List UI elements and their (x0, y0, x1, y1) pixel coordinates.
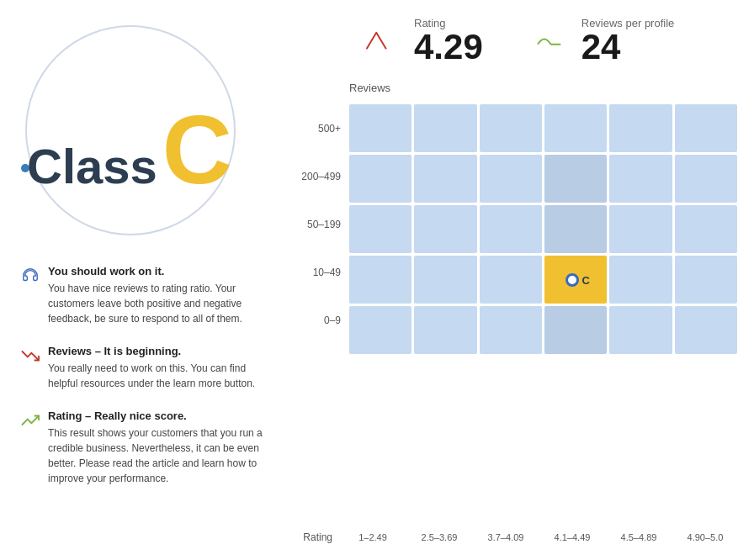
x-axis-row: Rating 1–2.49 2.5–3.69 3.7–4.09 4.1–4.49… (295, 531, 737, 543)
y-label-10: 10–49 (295, 248, 341, 296)
grid-row-500 (349, 104, 737, 152)
feedback-item-3: Rating – Really nice score. This result … (21, 409, 286, 486)
cell-r0-c5 (675, 104, 737, 152)
grid-row-0 (349, 306, 737, 354)
rating-value: 4.29 (414, 27, 483, 66)
cell-r1-c3 (544, 155, 607, 203)
cell-r4-c1 (414, 306, 476, 354)
reviews-per-profile-stat: Reviews per profile 24 (534, 17, 675, 65)
y-label-500: 500+ (295, 104, 341, 152)
reviews-label-row: Reviews (295, 82, 737, 101)
position-marker-dot (566, 273, 579, 287)
cell-r2-c0 (349, 205, 412, 253)
feedback-item-1: You should work on it. You have nice rev… (21, 265, 286, 326)
rating-icon (362, 26, 404, 55)
cell-r0-c4 (609, 104, 672, 152)
cell-r4-c2 (480, 306, 542, 354)
cell-r0-c1 (414, 104, 476, 152)
feedback-text-1: You have nice reviews to rating ratio. Y… (48, 281, 275, 326)
position-marker-label: C (582, 273, 590, 286)
grid-row-200 (349, 155, 737, 203)
grid-wrapper: C (349, 104, 737, 525)
cell-r1-c4 (609, 155, 672, 203)
x-labels-grid: 1–2.49 2.5–3.69 3.7–4.09 4.1–4.49 4.5–4.… (341, 532, 737, 542)
left-panel: Class C You should work on it. You have … (17, 17, 286, 543)
right-panel: Rating 4.29 Reviews per profile 24 Revi (286, 17, 737, 543)
grid-row-10: C (349, 256, 737, 304)
feedback-list: You should work on it. You have nice rev… (17, 265, 286, 486)
reviews-text: Reviews per profile 24 (581, 17, 675, 65)
cell-r2-c4 (609, 205, 672, 253)
logo-class-word: Class (27, 138, 157, 194)
feedback-content-1: You should work on it. You have nice rev… (48, 265, 275, 326)
reviews-per-profile-value: 24 (581, 27, 621, 66)
cell-r4-c3 (544, 306, 607, 354)
x-axis-title: Rating (295, 531, 341, 543)
cell-r1-c0 (349, 155, 412, 203)
cell-r2-c1 (414, 205, 476, 253)
feedback-title-3: Rating – Really nice score. (48, 409, 275, 422)
grid-row-50 (349, 205, 737, 253)
y-axis-labels: 500+ 200–499 50–199 10–49 0–9 (295, 104, 349, 525)
stats-row: Rating 4.29 Reviews per profile 24 (295, 17, 737, 65)
cell-r2-c5 (675, 205, 737, 253)
y-label-200: 200–499 (295, 152, 341, 200)
y-label-0: 0–9 (295, 296, 341, 344)
feedback-item-2: Reviews – It is beginning. You really ne… (21, 345, 286, 391)
cell-r1-c5 (675, 155, 737, 203)
cell-r3-c1 (414, 256, 476, 304)
cell-r4-c5 (675, 306, 737, 354)
cell-r2-c2 (480, 205, 542, 253)
feedback-title-1: You should work on it. (48, 265, 275, 277)
cell-r1-c1 (414, 155, 476, 203)
logo-c-letter: C (162, 109, 232, 192)
trending-up-icon (21, 411, 40, 430)
chart-area: Reviews 500+ 200–499 50–199 10–49 0–9 (295, 82, 737, 543)
cell-r1-c2 (480, 155, 542, 203)
cell-r4-c0 (349, 306, 412, 354)
cell-r0-c2 (480, 104, 542, 152)
rating-text: Rating 4.29 (414, 17, 483, 65)
cell-r0-c3 (544, 104, 607, 152)
cell-r0-c0 (349, 104, 412, 152)
reviews-label: Reviews (349, 82, 390, 94)
x-label-5: 4.90–5.0 (673, 532, 737, 542)
y-axis-spacer (295, 82, 349, 101)
grid-with-axis: 500+ 200–499 50–199 10–49 0–9 (295, 104, 737, 525)
cell-r3-c3-highlighted: C (544, 256, 607, 304)
feedback-text-3: This result shows your customers that yo… (48, 425, 275, 486)
y-label-50: 50–199 (295, 200, 341, 248)
logo-text: Class C (27, 109, 232, 194)
feedback-title-2: Reviews – It is beginning. (48, 345, 275, 357)
feedback-content-3: Rating – Really nice score. This result … (48, 409, 275, 486)
cell-r2-c3 (544, 205, 607, 253)
x-label-4: 4.5–4.89 (607, 532, 671, 542)
x-label-3: 4.1–4.49 (540, 532, 604, 542)
cell-r4-c4 (609, 306, 672, 354)
x-label-1: 2.5–3.69 (407, 532, 471, 542)
cell-r3-c5 (675, 256, 737, 304)
reviews-icon (534, 26, 571, 55)
cell-r3-c0 (349, 256, 412, 304)
cell-r3-c2 (480, 256, 542, 304)
x-label-2: 3.7–4.09 (474, 532, 538, 542)
rating-stat: Rating 4.29 (362, 17, 483, 65)
feedback-content-2: Reviews – It is beginning. You really ne… (48, 345, 275, 391)
headphones-icon (21, 267, 40, 285)
trending-down-icon (21, 346, 40, 365)
cell-r3-c4 (609, 256, 672, 304)
feedback-text-2: You really need to work on this. You can… (48, 361, 275, 391)
x-label-0: 1–2.49 (341, 532, 405, 542)
